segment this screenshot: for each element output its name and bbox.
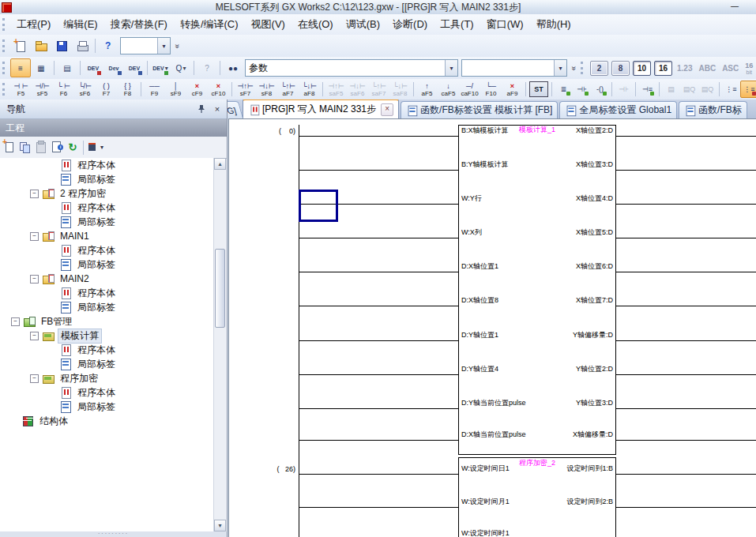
falling-pulse-not-branch-button[interactable]: └↓⊢saF8 xyxy=(389,80,411,100)
fb-output-pin[interactable]: 设定时间到1:B xyxy=(460,464,613,473)
tab-close-icon[interactable]: × xyxy=(381,103,393,116)
toolbar-overflow-icon[interactable]: » xyxy=(173,41,182,51)
statement-edit-button[interactable]: ⊣≡ xyxy=(638,81,656,98)
find-note-button[interactable]: ▤Q xyxy=(698,81,717,98)
device-search-button-dropdown-icon[interactable]: ▾ xyxy=(182,65,186,72)
save-project-button[interactable] xyxy=(51,36,72,55)
tab-3[interactable]: 函数/FB标 xyxy=(679,101,747,118)
minimize-button[interactable]: — xyxy=(724,2,745,13)
fb-output-pin[interactable]: 设定时间到2:B xyxy=(460,497,613,506)
device-comment-button[interactable]: DEV xyxy=(83,58,103,77)
menu-item-4[interactable]: 视图(V) xyxy=(245,15,291,34)
invert-operation-result-button[interactable]: ─/caF10 xyxy=(459,80,480,100)
result-rising-pulse-button[interactable]: ↑aF5 xyxy=(416,80,438,100)
delete-horizontal-line-button[interactable]: ×cF9 xyxy=(186,80,208,100)
falling-pulse-not-button[interactable]: ⊣↓⊢saF6 xyxy=(347,80,368,100)
tree-item-局部标签-17[interactable]: 局部标签 xyxy=(0,400,226,414)
edit-ladder-button[interactable]: ≣ xyxy=(555,81,573,98)
scroll-up-button[interactable]: ▴ xyxy=(214,158,226,170)
tree-item-FB管理-11[interactable]: −FB管理 xyxy=(0,314,226,329)
application-instruction-button[interactable]: { }F8 xyxy=(117,80,138,100)
fb-output-pin[interactable]: X轴位置7:D xyxy=(460,295,613,305)
falling-pulse-branch-button[interactable]: └↓⊢aF8 xyxy=(299,80,320,100)
watch-start-button[interactable]: DEV▾ xyxy=(150,58,171,77)
toggle-navigation-button[interactable]: ≡ xyxy=(10,58,31,77)
new-item-button[interactable] xyxy=(2,140,17,155)
tree-item-程序本体-6[interactable]: 程序本体 xyxy=(0,243,226,257)
scrollbar-thumb[interactable] xyxy=(215,249,225,328)
tree-item-结构体-18[interactable]: 结构体 xyxy=(0,414,226,428)
tree-expander-icon[interactable]: − xyxy=(30,232,39,241)
fb-output-pin[interactable]: X轴位置6:D xyxy=(460,261,613,271)
tree-item-局部标签-1[interactable]: 局部标签 xyxy=(0,172,226,186)
menu-item-5[interactable]: 在线(O) xyxy=(291,15,340,34)
menu-item-10[interactable]: 帮助(H) xyxy=(530,15,577,34)
tree-item-程序本体-16[interactable]: 程序本体 xyxy=(0,385,226,400)
tree-item-局部标签-14[interactable]: 局部标签 xyxy=(0,357,226,371)
tree-item-MAIN2-8[interactable]: −MAIN2 xyxy=(0,272,226,286)
menu-item-9[interactable]: 窗口(W) xyxy=(480,15,530,34)
fb-output-pin[interactable]: Y轴位置2:D xyxy=(460,364,613,374)
list-view-button[interactable]: ▤ xyxy=(57,58,77,77)
rising-pulse-not-branch-button[interactable]: └↑⊢saF7 xyxy=(368,80,389,100)
menu-item-3[interactable]: 转换/编译(C) xyxy=(174,15,245,34)
delete-line-button[interactable]: ×aF9 xyxy=(502,80,523,100)
print-button[interactable] xyxy=(72,36,92,55)
tree-expander-icon[interactable]: − xyxy=(30,332,39,340)
pin-icon[interactable] xyxy=(195,103,208,115)
tree-item-程序本体-0[interactable]: 程序本体 xyxy=(0,158,226,172)
panel-splitter[interactable]: ········· xyxy=(0,531,227,537)
open-project-button[interactable] xyxy=(31,36,51,55)
tree-item-MAIN1-5[interactable]: −MAIN1 xyxy=(0,229,226,243)
menu-item-0[interactable]: 工程(P) xyxy=(10,15,57,34)
sort-button[interactable] xyxy=(86,140,102,155)
find-target-combo[interactable]: 参数▾ xyxy=(245,59,458,77)
tab-0[interactable]: [PRG]R 写入 MAIN2 331步× xyxy=(243,100,399,118)
close-contact-button[interactable]: ⊣/⊢sF5 xyxy=(32,80,53,100)
device-search-button[interactable]: Q▾ xyxy=(171,58,191,77)
tree-item-程序加密-15[interactable]: −程序加密 xyxy=(0,371,226,385)
toolbar-overflow-icon[interactable]: » xyxy=(570,63,578,73)
fb-input-pin[interactable]: W:设定时间时1 xyxy=(461,528,602,537)
tree-expander-icon[interactable]: − xyxy=(30,190,39,198)
device-ic-button[interactable]: ▦ xyxy=(31,58,51,77)
copy-button[interactable] xyxy=(17,140,33,155)
tree-item-局部标签-4[interactable]: 局部标签 xyxy=(0,215,226,229)
falling-pulse-button[interactable]: ⊣↓⊢sF8 xyxy=(256,80,277,100)
device-batch-button[interactable]: DEV xyxy=(124,58,145,77)
write-mode-button[interactable]: ⊣⊦ xyxy=(573,81,591,98)
tree-scrollbar[interactable]: ▴ ▾ xyxy=(213,158,226,531)
decimal-display-button[interactable]: 10 xyxy=(633,61,651,76)
fb-output-pin[interactable]: Y轴偏移量:D xyxy=(460,330,613,340)
tree-item-程序本体-13[interactable]: 程序本体 xyxy=(0,343,226,357)
context-help-button[interactable]: ? xyxy=(197,58,217,77)
ascii-display-button[interactable]: ASC xyxy=(719,64,742,73)
refresh-button[interactable] xyxy=(65,140,81,155)
horizontal-line-button[interactable]: ──F9 xyxy=(144,80,165,100)
tree-expander-icon[interactable]: − xyxy=(30,374,39,383)
fb-output-pin[interactable]: X轴位置5:D xyxy=(460,227,613,237)
open-contact-button[interactable]: ⊣ ⊢F5 xyxy=(10,80,32,100)
find-statement-button[interactable]: ▤Q xyxy=(680,81,698,98)
tree-item-局部标签-7[interactable]: 局部标签 xyxy=(0,257,226,272)
rising-pulse-button[interactable]: ⊣↑⊢sF7 xyxy=(235,80,256,100)
quick-access-combo-arrow-icon[interactable]: ▾ xyxy=(157,38,170,54)
menu-item-1[interactable]: 编辑(E) xyxy=(57,15,103,34)
device-memory-button[interactable]: Dev xyxy=(103,58,124,77)
word-16bit-button[interactable]: 16bit xyxy=(742,62,756,75)
tree-expander-icon[interactable]: − xyxy=(11,317,20,326)
find-button[interactable]: ●● xyxy=(223,58,243,77)
quick-access-combo[interactable]: ▾ xyxy=(120,37,171,54)
statement-list-button[interactable]: ▤ xyxy=(662,81,680,98)
tab-clipped-left[interactable]: G] xyxy=(228,101,243,118)
coil-write-button[interactable]: -() xyxy=(591,81,609,98)
property-button[interactable] xyxy=(49,140,65,155)
fb-output-pin[interactable]: X轴位置2:D xyxy=(460,126,613,135)
close-icon[interactable]: × xyxy=(211,103,224,115)
menu-item-2[interactable]: 搜索/替换(F) xyxy=(104,15,174,34)
find-target-combo-arrow-icon[interactable]: ▾ xyxy=(445,60,457,76)
tree-item-模板计算-12[interactable]: −模板计算 xyxy=(0,329,226,343)
read-mode-button[interactable]: ⊣⊦ xyxy=(615,81,633,98)
horizontal-line-input-button[interactable]: └─F10 xyxy=(480,80,502,100)
tree-expander-icon[interactable]: − xyxy=(30,275,39,284)
